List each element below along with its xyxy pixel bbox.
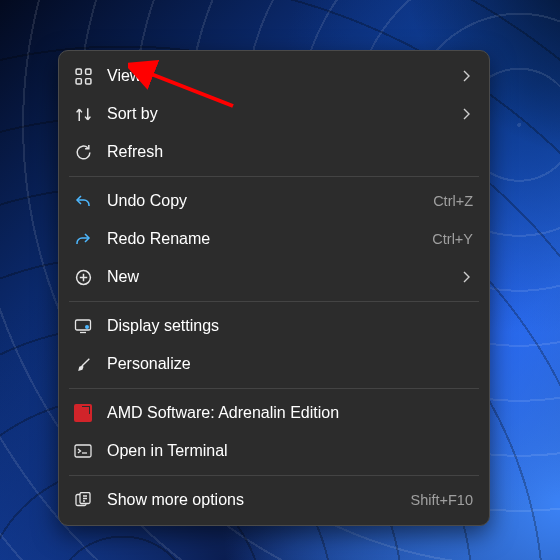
menu-item-sort-by[interactable]: Sort by — [65, 95, 483, 133]
menu-item-label: Sort by — [107, 105, 451, 123]
chevron-right-icon — [459, 70, 473, 82]
menu-item-label: Display settings — [107, 317, 473, 335]
menu-item-view[interactable]: View — [65, 57, 483, 95]
terminal-icon — [71, 439, 95, 463]
desktop-context-menu: View Sort by Refresh Undo C — [58, 50, 490, 526]
menu-item-amd-software[interactable]: AMD Software: Adrenalin Edition — [65, 394, 483, 432]
menu-item-redo[interactable]: Redo Rename Ctrl+Y — [65, 220, 483, 258]
menu-item-personalize[interactable]: Personalize — [65, 345, 483, 383]
menu-item-label: View — [107, 67, 451, 85]
menu-item-undo[interactable]: Undo Copy Ctrl+Z — [65, 182, 483, 220]
menu-item-label: AMD Software: Adrenalin Edition — [107, 404, 473, 422]
menu-separator — [69, 176, 479, 177]
svg-rect-3 — [85, 78, 90, 83]
svg-rect-2 — [76, 78, 81, 83]
redo-icon — [71, 227, 95, 251]
plus-circle-icon — [71, 265, 95, 289]
grid-icon — [71, 64, 95, 88]
menu-item-new[interactable]: New — [65, 258, 483, 296]
more-icon — [71, 488, 95, 512]
menu-item-open-terminal[interactable]: Open in Terminal — [65, 432, 483, 470]
chevron-right-icon — [459, 108, 473, 120]
menu-item-refresh[interactable]: Refresh — [65, 133, 483, 171]
menu-separator — [69, 301, 479, 302]
amd-icon — [71, 401, 95, 425]
menu-item-shortcut: Ctrl+Z — [433, 193, 473, 209]
menu-separator — [69, 388, 479, 389]
svg-point-6 — [85, 325, 89, 329]
menu-item-shortcut: Shift+F10 — [411, 492, 473, 508]
menu-item-label: Personalize — [107, 355, 473, 373]
menu-item-label: Refresh — [107, 143, 473, 161]
menu-item-label: Redo Rename — [107, 230, 424, 248]
sort-icon — [71, 102, 95, 126]
menu-item-show-more-options[interactable]: Show more options Shift+F10 — [65, 481, 483, 519]
menu-item-label: New — [107, 268, 451, 286]
menu-item-label: Open in Terminal — [107, 442, 473, 460]
menu-item-shortcut: Ctrl+Y — [432, 231, 473, 247]
chevron-right-icon — [459, 271, 473, 283]
menu-separator — [69, 475, 479, 476]
svg-rect-1 — [85, 69, 90, 74]
undo-icon — [71, 189, 95, 213]
display-icon — [71, 314, 95, 338]
brush-icon — [71, 352, 95, 376]
svg-rect-7 — [75, 445, 91, 457]
refresh-icon — [71, 140, 95, 164]
menu-item-label: Undo Copy — [107, 192, 425, 210]
svg-rect-0 — [76, 69, 81, 74]
menu-item-label: Show more options — [107, 491, 403, 509]
menu-item-display-settings[interactable]: Display settings — [65, 307, 483, 345]
